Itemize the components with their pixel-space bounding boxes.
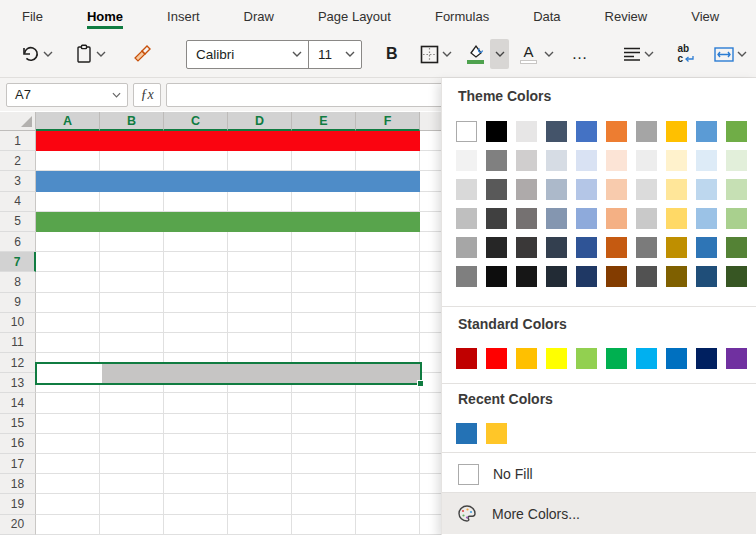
theme-color-swatch[interactable] [726, 121, 747, 142]
cell-B19[interactable] [100, 494, 164, 514]
cell-C17[interactable] [164, 454, 228, 474]
cell-E15[interactable] [292, 414, 356, 434]
cell-B7[interactable] [100, 252, 164, 272]
cell-F19[interactable] [356, 494, 420, 514]
cell-D8[interactable] [228, 272, 292, 292]
cell-E4[interactable] [292, 192, 356, 212]
theme-color-swatch[interactable] [666, 237, 687, 258]
cell-C19[interactable] [164, 494, 228, 514]
theme-color-swatch[interactable] [546, 266, 567, 287]
theme-color-swatch[interactable] [456, 237, 477, 258]
insert-function-button[interactable]: ƒx [133, 83, 161, 107]
cell-A3[interactable] [36, 171, 100, 191]
cell-D9[interactable] [228, 293, 292, 313]
cell-D11[interactable] [228, 333, 292, 353]
theme-color-swatch[interactable] [576, 121, 597, 142]
cell-A4[interactable] [36, 192, 100, 212]
theme-color-swatch[interactable] [726, 150, 747, 171]
row-header-19[interactable]: 19 [0, 494, 36, 514]
cell-B11[interactable] [100, 333, 164, 353]
tab-home[interactable]: Home [87, 2, 123, 29]
cell-D20[interactable] [228, 515, 292, 535]
row-header-8[interactable]: 8 [0, 272, 36, 292]
fill-color-button[interactable] [464, 38, 488, 70]
cell-E7[interactable] [292, 252, 356, 272]
row-header-9[interactable]: 9 [0, 293, 36, 313]
theme-color-swatch[interactable] [576, 150, 597, 171]
font-size-select[interactable]: 11 [309, 41, 361, 68]
cell-C3[interactable] [164, 171, 228, 191]
theme-color-swatch[interactable] [726, 179, 747, 200]
cell-D14[interactable] [228, 393, 292, 413]
standard-color-swatch[interactable] [636, 348, 657, 369]
row-header-18[interactable]: 18 [0, 474, 36, 494]
cell-E18[interactable] [292, 474, 356, 494]
cell-B15[interactable] [100, 414, 164, 434]
theme-color-swatch[interactable] [636, 150, 657, 171]
theme-color-swatch[interactable] [486, 266, 507, 287]
cell-C10[interactable] [164, 313, 228, 333]
chevron-down-icon[interactable] [41, 47, 55, 61]
cell-B2[interactable] [100, 151, 164, 171]
cell-E2[interactable] [292, 151, 356, 171]
column-header-e[interactable]: E [292, 112, 356, 131]
standard-color-swatch[interactable] [456, 348, 477, 369]
font-name-select[interactable]: Calibri [187, 41, 309, 68]
theme-color-swatch[interactable] [516, 266, 537, 287]
cell-A9[interactable] [36, 293, 100, 313]
standard-color-swatch[interactable] [576, 348, 597, 369]
row-header-7[interactable]: 7 [0, 252, 36, 272]
cell-C20[interactable] [164, 515, 228, 535]
recent-color-swatch[interactable] [456, 423, 477, 444]
chevron-down-icon[interactable] [440, 47, 454, 61]
tab-data[interactable]: Data [533, 2, 560, 29]
theme-color-swatch[interactable] [516, 208, 537, 229]
cell-E14[interactable] [292, 393, 356, 413]
theme-color-swatch[interactable] [516, 121, 537, 142]
row-header-12[interactable]: 12 [0, 353, 36, 373]
cell-D17[interactable] [228, 454, 292, 474]
cell-C2[interactable] [164, 151, 228, 171]
theme-color-swatch[interactable] [606, 121, 627, 142]
theme-color-swatch[interactable] [546, 208, 567, 229]
cell-A18[interactable] [36, 474, 100, 494]
cell-F3[interactable] [356, 171, 420, 191]
tab-review[interactable]: Review [605, 2, 648, 29]
cell-D7[interactable] [228, 252, 292, 272]
row-header-10[interactable]: 10 [0, 313, 36, 333]
cell-F11[interactable] [356, 333, 420, 353]
cell-F7[interactable] [356, 252, 420, 272]
cell-B1[interactable] [100, 131, 164, 151]
cell-F14[interactable] [356, 393, 420, 413]
select-all-corner[interactable] [0, 112, 36, 131]
cell-D1[interactable] [228, 131, 292, 151]
theme-color-swatch[interactable] [456, 266, 477, 287]
row-header-20[interactable]: 20 [0, 515, 36, 535]
theme-color-swatch[interactable] [696, 121, 717, 142]
theme-color-swatch[interactable] [606, 237, 627, 258]
cell-F9[interactable] [356, 293, 420, 313]
more-options-button[interactable]: … [566, 45, 595, 63]
font-color-button[interactable]: A [517, 38, 556, 70]
theme-color-swatch[interactable] [576, 266, 597, 287]
theme-color-swatch[interactable] [486, 237, 507, 258]
theme-color-swatch[interactable] [456, 150, 477, 171]
theme-color-swatch[interactable] [606, 150, 627, 171]
cell-F10[interactable] [356, 313, 420, 333]
theme-color-swatch[interactable] [726, 266, 747, 287]
theme-color-swatch[interactable] [636, 179, 657, 200]
row-header-6[interactable]: 6 [0, 232, 36, 252]
cell-F8[interactable] [356, 272, 420, 292]
theme-color-swatch[interactable] [546, 121, 567, 142]
chevron-down-icon[interactable] [735, 47, 749, 61]
cell-F5[interactable] [356, 212, 420, 232]
cell-C8[interactable] [164, 272, 228, 292]
theme-color-swatch[interactable] [606, 266, 627, 287]
theme-color-swatch[interactable] [636, 121, 657, 142]
cell-F15[interactable] [356, 414, 420, 434]
theme-color-swatch[interactable] [486, 208, 507, 229]
column-header-a[interactable]: A [36, 112, 100, 131]
row-header-14[interactable]: 14 [0, 393, 36, 413]
cell-F20[interactable] [356, 515, 420, 535]
theme-color-swatch[interactable] [666, 208, 687, 229]
